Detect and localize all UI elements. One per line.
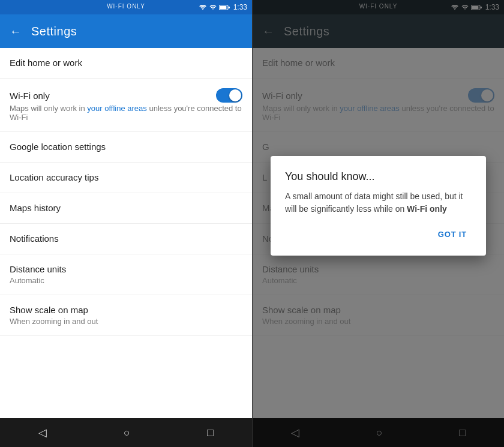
setting-google-location-left[interactable]: Google location settings (0, 132, 252, 163)
setting-wifi-only-left[interactable]: Wi-Fi only Maps will only work in your o… (0, 79, 252, 132)
dialog-content: A small amount of data might still be us… (285, 190, 472, 215)
status-icons-left: 1:33 (199, 3, 247, 11)
app-bar-title-left: Settings (31, 25, 77, 38)
app-bar-left: ← Settings (0, 14, 252, 48)
wifi-label-left: WI-FI ONLY (107, 3, 145, 10)
status-bar-left: WI-FI ONLY 1:33 (0, 0, 252, 14)
setting-notifications-left[interactable]: Notifications (0, 224, 252, 254)
got-it-button[interactable]: GOT IT (433, 227, 472, 241)
setting-edit-home-work-title-left: Edit home or work (10, 58, 82, 68)
dialog-actions: GOT IT (285, 227, 472, 241)
setting-wifi-only-title-left: Wi-Fi only (10, 91, 50, 101)
nav-home-left[interactable]: ○ (124, 427, 130, 439)
svg-rect-2 (228, 7, 229, 8)
setting-distance-units-subtitle-left: Automatic (10, 276, 242, 285)
setting-maps-history-title-left: Maps history (10, 203, 61, 213)
settings-list-left: Edit home or work Wi-Fi only Maps will o… (0, 48, 252, 418)
dialog-content-bold: Wi-Fi only (407, 204, 447, 214)
back-button-left[interactable]: ← (10, 25, 22, 38)
wifi-only-toggle-left[interactable] (216, 88, 242, 103)
setting-distance-units-left[interactable]: Distance units Automatic (0, 254, 252, 295)
info-dialog: You should know... A small amount of dat… (271, 156, 486, 256)
nav-bar-left: ◁ ○ □ (0, 418, 252, 447)
setting-location-accuracy-left[interactable]: Location accuracy tips (0, 163, 252, 193)
time-left: 1:33 (233, 3, 247, 11)
setting-edit-home-work-left[interactable]: Edit home or work (0, 48, 252, 79)
dialog-title: You should know... (285, 170, 472, 183)
setting-notifications-title-left: Notifications (10, 233, 59, 244)
setting-show-scale-left[interactable]: Show scale on map When zooming in and ou… (0, 295, 252, 336)
setting-show-scale-title-left: Show scale on map (10, 305, 88, 315)
setting-wifi-only-subtitle-left: Maps will only work in your offline area… (10, 104, 242, 122)
svg-rect-1 (220, 5, 226, 8)
wifi-icon-left (199, 4, 207, 11)
nav-back-left[interactable]: ◁ (38, 426, 47, 439)
battery-icon-left (219, 4, 230, 11)
offline-areas-link-left[interactable]: your offline areas (87, 104, 147, 113)
setting-maps-history-left[interactable]: Maps history (0, 193, 252, 224)
nav-recent-left[interactable]: □ (207, 427, 214, 439)
setting-google-location-title-left: Google location settings (10, 142, 106, 152)
setting-location-accuracy-title-left: Location accuracy tips (10, 172, 98, 182)
setting-distance-units-title-left: Distance units (10, 264, 66, 274)
setting-show-scale-subtitle-left: When zooming in and out (10, 317, 242, 326)
left-screen: WI-FI ONLY 1:33 ← Settings Edit (0, 0, 252, 447)
right-screen: WI-FI ONLY 1:33 ← Settings Edit home or … (252, 0, 504, 447)
signal-icon-left (209, 4, 217, 11)
